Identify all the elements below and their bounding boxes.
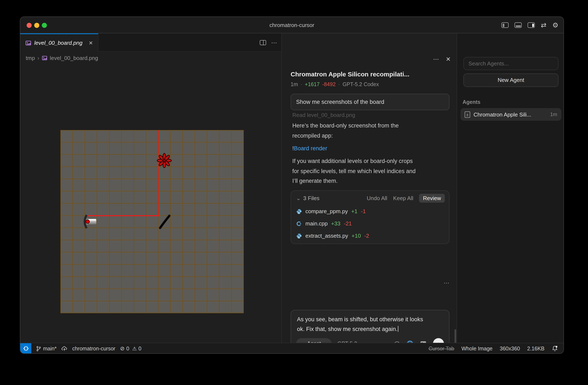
editor-more-icon[interactable]: ⋯ xyxy=(271,39,277,46)
app-window: chromatron-cursor ⇄ ⚙ level_00_board.png… xyxy=(20,17,564,354)
assistant-paragraph: If you want additional levels or board-o… xyxy=(292,156,449,186)
project-name: chromatron-cursor xyxy=(72,345,115,351)
review-button[interactable]: Review xyxy=(419,194,445,203)
tab-level-00-board[interactable]: level_00_board.png ✕ xyxy=(20,33,98,52)
chat-title: Chromatron Apple Silicon recompilati... xyxy=(291,70,449,78)
toggle-bottom-panel-icon[interactable] xyxy=(515,22,522,28)
agent-item-name: Chromatron Apple Sili... xyxy=(474,111,531,118)
files-card-header: ⌄ 3 Files Undo All Keep All Review xyxy=(291,191,449,205)
breadcrumb-file[interactable]: level_00_board.png xyxy=(50,55,98,61)
link-prefix: ! xyxy=(292,145,294,152)
tab-close-icon[interactable]: ✕ xyxy=(89,40,93,46)
meta-separator: · xyxy=(338,81,340,87)
remote-indicator[interactable] xyxy=(20,343,31,354)
python-file-icon xyxy=(296,208,302,214)
files-card-actions: Undo All Keep All Review xyxy=(367,194,445,203)
image-file-icon xyxy=(25,40,31,46)
agent-list-item[interactable]: ± Chromatron Apple Sili... 1m xyxy=(461,108,561,121)
breadcrumb-separator-icon: › xyxy=(37,55,39,61)
file-row[interactable]: main.cpp +33 -21 xyxy=(291,217,449,230)
paragraph-line: If you want additional levels or board-o… xyxy=(292,156,449,166)
chat-more-icon[interactable]: ⋯ xyxy=(433,56,439,62)
file-additions: +1 xyxy=(351,208,357,214)
user-message-text: Show me screenshots of the board xyxy=(296,99,384,105)
git-branch-status[interactable]: main* xyxy=(36,345,57,351)
chat-duration: 1m xyxy=(291,81,298,87)
breadcrumb: tmp › level_00_board.png xyxy=(20,52,281,64)
board-render-line: !Board render xyxy=(292,143,449,153)
text-caret xyxy=(398,326,399,332)
undo-all-button[interactable]: Undo All xyxy=(367,195,387,201)
image-dimensions-status: 360x360 xyxy=(500,345,520,351)
search-agents-input[interactable] xyxy=(463,57,558,70)
split-editor-icon[interactable] xyxy=(260,40,266,45)
warning-icon: ⚠ xyxy=(132,345,137,351)
error-icon: ⊘ xyxy=(120,345,125,352)
board-image xyxy=(60,130,244,313)
paragraph-line: for specific levels, tell me which level… xyxy=(292,166,449,176)
file-name: compare_ppm.py xyxy=(305,208,348,214)
file-deletions: -1 xyxy=(361,208,366,214)
input-line: As you see, beam is shifted, but otherwi… xyxy=(297,316,423,323)
chat-panel: ⋯ ✕ Chromatron Apple Silicon recompilati… xyxy=(281,33,457,343)
breadcrumb-folder[interactable]: tmp xyxy=(26,55,35,61)
image-view-mode-status[interactable]: Whole Image xyxy=(462,345,493,351)
file-name: extract_assets.py xyxy=(305,233,348,239)
agent-diff-doc-icon: ± xyxy=(465,111,470,118)
files-count-label[interactable]: 3 Files xyxy=(303,195,319,201)
paragraph-line: Here’s the board-only screenshot from th… xyxy=(292,121,449,131)
editor-group-actions: ⋯ xyxy=(260,33,277,52)
branch-name: main* xyxy=(43,345,57,351)
problems-status[interactable]: ⊘ 0 ⚠ 0 xyxy=(120,345,141,352)
cloud-upload-icon xyxy=(61,345,68,351)
toggle-left-panel-icon[interactable] xyxy=(502,22,509,28)
image-file-icon xyxy=(42,55,47,61)
toggle-right-panel-icon[interactable] xyxy=(528,22,535,28)
agent-item-time: 1m xyxy=(550,111,557,117)
file-additions: +10 xyxy=(352,233,361,239)
board-render-link[interactable]: Board render xyxy=(294,145,327,152)
user-message-bubble: Show me screenshots of the board xyxy=(291,94,449,110)
file-name: main.cpp xyxy=(305,220,328,227)
chat-header-actions: ⋯ ✕ xyxy=(433,56,451,62)
paragraph-line: I’ll generate them. xyxy=(292,176,449,186)
cpp-file-icon xyxy=(296,221,302,226)
chat-deletions: -8492 xyxy=(322,81,336,87)
python-file-icon xyxy=(296,233,302,239)
settings-gear-icon[interactable]: ⚙ xyxy=(552,21,558,29)
project-name-status[interactable]: chromatron-cursor xyxy=(72,345,115,351)
cursor-tab-status[interactable]: Cursor Tab xyxy=(429,345,454,351)
tool-call-read-file[interactable]: Read level_00_board.png xyxy=(292,112,355,118)
chevron-down-icon[interactable]: ⌄ xyxy=(296,195,301,201)
new-agent-button[interactable]: New Agent xyxy=(463,73,558,87)
sync-changes-status[interactable] xyxy=(61,345,68,351)
file-deletions: -2 xyxy=(364,233,369,239)
window-title: chromatron-cursor xyxy=(20,17,564,33)
file-additions: +33 xyxy=(331,220,340,227)
chat-scrollbar-thumb[interactable] xyxy=(455,329,456,343)
status-bar: main* chromatron-cursor ⊘ 0 ⚠ 0 Cursor T… xyxy=(20,343,564,354)
switch-layout-icon[interactable]: ⇄ xyxy=(541,21,546,29)
chat-additions: +1617 xyxy=(305,81,319,87)
file-deletions: -21 xyxy=(344,220,352,227)
remote-window-icon xyxy=(22,346,29,351)
file-row[interactable]: compare_ppm.py +1 -1 xyxy=(291,205,449,217)
status-bar-right: Cursor Tab Whole Image 360x360 2.16KB xyxy=(429,345,564,352)
chat-model: GPT-5.2 Codex xyxy=(343,81,379,87)
chat-close-icon[interactable]: ✕ xyxy=(446,56,451,62)
agents-section-label: Agents xyxy=(462,99,481,105)
chat-input-text[interactable]: As you see, beam is shifted, but otherwi… xyxy=(297,315,445,334)
title-bar: chromatron-cursor ⇄ ⚙ xyxy=(20,17,564,33)
message-more-icon[interactable]: ⋯ xyxy=(282,280,449,286)
keep-all-button[interactable]: Keep All xyxy=(393,195,413,201)
agents-sidebar: New Agent Agents ± Chromatron Apple Sili… xyxy=(457,33,564,343)
notifications-bell-icon[interactable] xyxy=(552,345,558,352)
warning-count: 0 xyxy=(138,345,141,351)
image-preview-canvas xyxy=(20,64,281,343)
desktop: chromatron-cursor ⇄ ⚙ level_00_board.png… xyxy=(0,0,588,385)
input-line: ok. Fix that, show me screenshot again. xyxy=(297,326,398,332)
changed-files-card: ⌄ 3 Files Undo All Keep All Review compa… xyxy=(291,190,449,244)
chat-meta: 1m · +1617 -8492 · GPT-5.2 Codex xyxy=(291,81,379,87)
file-row[interactable]: extract_assets.py +10 -2 xyxy=(291,230,449,242)
titlebar-actions: ⇄ ⚙ xyxy=(502,17,559,33)
